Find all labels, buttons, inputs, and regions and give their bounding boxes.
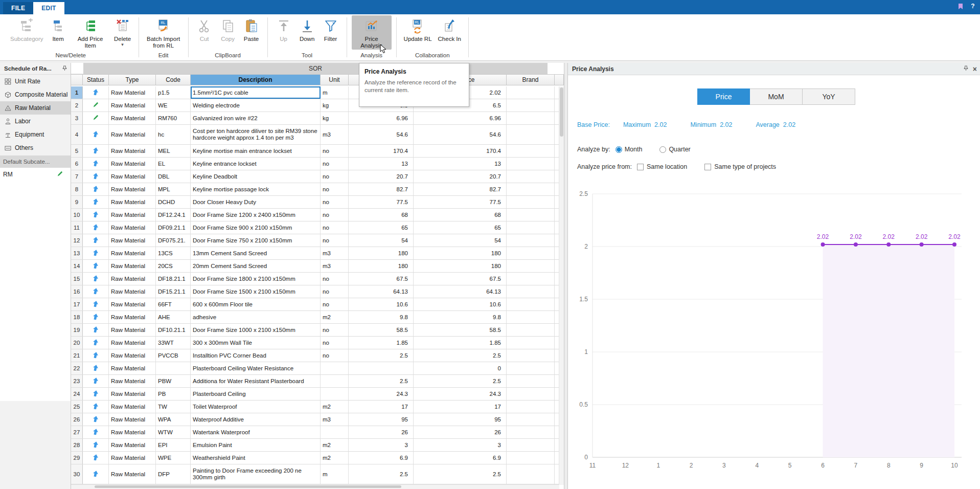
unit-cell[interactable]: no [321, 349, 349, 362]
description-cell[interactable]: Door Frame Size 1200 x 2400 x150mm [191, 209, 321, 221]
rate-cell[interactable]: 95 [349, 413, 414, 426]
description-cell[interactable]: Door Frame Size 1000 x 2100 x150mm [191, 324, 321, 336]
status-cell[interactable] [83, 183, 109, 195]
column-header-type[interactable]: Type [109, 75, 156, 85]
type-cell[interactable]: Raw Material [109, 234, 156, 247]
brand-cell[interactable] [507, 337, 555, 349]
status-cell[interactable] [83, 349, 109, 362]
base-price-cell[interactable]: 20.7 [414, 170, 507, 183]
unit-cell[interactable]: no [321, 337, 349, 349]
analysis-tab-yoy[interactable]: YoY [803, 88, 855, 105]
rate-cell[interactable]: 67.5 [349, 273, 414, 285]
rate-cell[interactable]: 77.5 [349, 196, 414, 208]
column-header-code[interactable]: Code [156, 75, 191, 85]
item-button[interactable]: Item [47, 15, 70, 43]
description-cell[interactable]: Emulsion Paint [191, 439, 321, 451]
row-number[interactable]: 18 [71, 311, 83, 323]
type-cell[interactable]: Raw Material [109, 324, 156, 336]
description-cell[interactable]: Door Closer Heavy Duty [191, 196, 321, 208]
brand-cell[interactable] [507, 464, 555, 484]
description-cell[interactable]: Keyline entrance lockset [191, 158, 321, 170]
unit-cell[interactable]: no [321, 285, 349, 298]
column-header-brand[interactable]: Brand [507, 75, 555, 85]
status-cell[interactable] [83, 145, 109, 157]
status-cell[interactable] [83, 337, 109, 349]
description-cell[interactable]: Toilet Waterproof [191, 401, 321, 413]
base-price-cell[interactable]: 77.5 [414, 196, 507, 208]
description-cell[interactable]: Plasterboard Ceiling Water Resistance [191, 362, 321, 374]
analysis-tab-price[interactable]: Price [697, 88, 750, 105]
unit-cell[interactable]: m [321, 86, 349, 99]
delete-button[interactable]: Delete▾ [111, 15, 134, 47]
filter-button[interactable]: Filter [320, 15, 342, 43]
code-cell[interactable] [156, 362, 191, 374]
brand-cell[interactable] [507, 170, 555, 183]
type-cell[interactable]: Raw Material [109, 209, 156, 221]
type-cell[interactable]: Raw Material [109, 86, 156, 99]
type-cell[interactable]: Raw Material [109, 401, 156, 413]
base-price-cell[interactable]: 170.4 [414, 145, 507, 157]
description-cell[interactable]: Weathershield Paint [191, 452, 321, 464]
unit-cell[interactable]: no [321, 170, 349, 183]
rate-cell[interactable]: 6.96 [349, 112, 414, 124]
brand-cell[interactable] [507, 388, 555, 400]
status-cell[interactable] [83, 452, 109, 464]
description-cell[interactable]: 20mm Cement Sand Screed [191, 260, 321, 272]
status-cell[interactable] [83, 86, 109, 99]
brand-cell[interactable] [507, 426, 555, 438]
status-cell[interactable] [83, 285, 109, 298]
row-number[interactable]: 15 [71, 273, 83, 285]
brand-cell[interactable] [507, 196, 555, 208]
sidebar-item-equipment[interactable]: Equipment [0, 128, 71, 141]
unit-cell[interactable]: no [321, 273, 349, 285]
code-cell[interactable]: 20CS [156, 260, 191, 272]
base-price-cell[interactable]: 95 [414, 413, 507, 426]
code-cell[interactable]: DF075.21. [156, 234, 191, 247]
rate-cell[interactable]: 2.5 [349, 375, 414, 387]
table-row[interactable]: 6Raw MaterialELKeyline entrance locksetn… [71, 158, 560, 170]
type-cell[interactable]: Raw Material [109, 426, 156, 438]
rate-cell[interactable]: 1.85 [349, 337, 414, 349]
unit-cell[interactable]: kg [321, 112, 349, 124]
status-cell[interactable] [83, 273, 109, 285]
unit-cell[interactable]: no [321, 183, 349, 195]
status-cell[interactable] [83, 413, 109, 426]
base-price-cell[interactable]: 26 [414, 426, 507, 438]
table-row[interactable]: 7Raw MaterialDBLKeyline Deadboltno20.720… [71, 170, 560, 183]
table-row[interactable]: 25Raw MaterialTWToilet Waterproofm21717 [71, 401, 560, 413]
table-row[interactable]: 18Raw MaterialAHEadhesivem29.89.8 [71, 311, 560, 324]
row-number[interactable]: 24 [71, 388, 83, 400]
base-price-cell[interactable]: 2.5 [414, 349, 507, 362]
base-price-cell[interactable]: 58.5 [414, 324, 507, 336]
brand-cell[interactable] [507, 158, 555, 170]
checkbox-same-location[interactable]: Same location [637, 163, 687, 170]
code-cell[interactable]: TW [156, 401, 191, 413]
table-row[interactable]: 17Raw Material66FT600 x 600mm Floor tile… [71, 298, 560, 311]
brand-cell[interactable] [507, 99, 555, 112]
row-number[interactable]: 30 [71, 464, 83, 484]
code-cell[interactable]: RM760 [156, 112, 191, 124]
base-price-cell[interactable]: 10.6 [414, 298, 507, 310]
table-row[interactable]: 29Raw MaterialWPEWeathershield Paintm26.… [71, 452, 560, 464]
code-cell[interactable]: MEL [156, 145, 191, 157]
base-price-cell[interactable]: 6.9 [414, 452, 507, 464]
status-cell[interactable] [83, 221, 109, 234]
row-number[interactable]: 13 [71, 247, 83, 259]
table-row[interactable]: 30Raw MaterialDFPPainting to Door Frame … [71, 464, 560, 484]
rate-cell[interactable]: 9.8 [349, 311, 414, 323]
unit-cell[interactable]: m3 [321, 260, 349, 272]
brand-cell[interactable] [507, 401, 555, 413]
panel-pin-icon[interactable] [963, 65, 969, 73]
table-row[interactable]: 11Raw MaterialDF09.21.1Door Frame Size 9… [71, 221, 560, 234]
table-row[interactable]: 3Raw MaterialRM760Galvanized iron wire #… [71, 112, 560, 125]
base-price-cell[interactable]: 67.5 [414, 273, 507, 285]
status-cell[interactable] [83, 196, 109, 208]
unit-cell[interactable]: no [321, 209, 349, 221]
rate-cell[interactable]: 10.6 [349, 298, 414, 310]
column-header-unit[interactable]: Unit [321, 75, 349, 85]
type-cell[interactable]: Raw Material [109, 125, 156, 144]
paste-button[interactable]: Paste [240, 15, 263, 43]
brand-cell[interactable] [507, 439, 555, 451]
rate-cell[interactable]: 180 [349, 247, 414, 259]
description-cell[interactable]: Door Frame Size 900 x 2100 x150mm [191, 221, 321, 234]
